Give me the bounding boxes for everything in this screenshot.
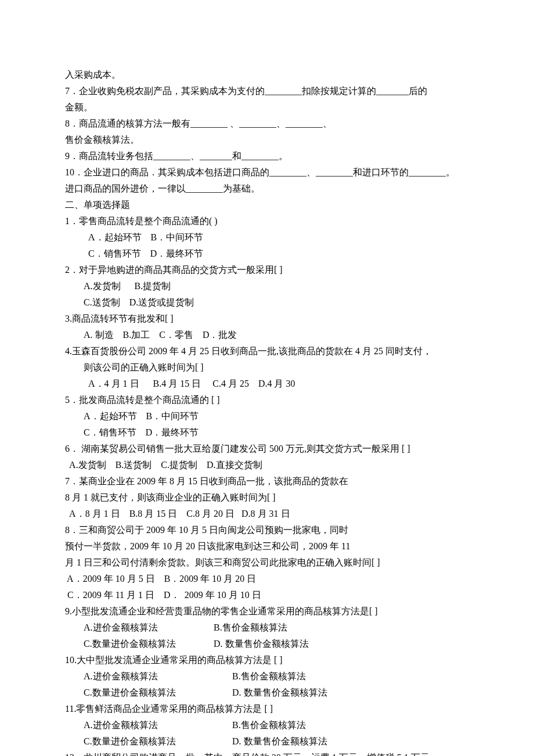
mc-q3-stem: 3.商品流转环节有批发和[ ] [65,311,469,327]
mc-q2-c: C.送货制 [84,297,120,307]
mc-q5-stem: 5．批发商品流转是整个商品流通的 [ ] [65,392,469,408]
mc-q1-row1: A．起始环节 B．中间环节 [65,229,469,246]
mc-q8-stem2: 预付一半货款，2009 年 10 月 20 日该批家电到达三和公司，2009 年… [65,538,469,555]
fill-blank-q7b: 金额。 [65,99,469,116]
mc-q8-opts2: C．2009 年 11 月 1 日 D． 2009 年 10 月 10 日 [65,587,469,603]
mc-q9-stem: 9.小型批发流通企业和经营贵重品物的零售企业通常采用的商品核算方法是[ ] [65,603,469,620]
mc-q10-row2: C.数量进价金额核算法D. 数量售价金额核算法 [65,685,469,701]
fill-blank-q10: 10．企业进口的商品．其采购成本包括进口商品的________、________… [65,164,469,181]
mc-q9-d: D. 数量售价金额核算法 [214,639,309,649]
mc-q1-b: B．中间环节 [151,232,204,242]
mc-q11-stem: 11.零售鲜活商品企业通常采用的商品核算方法是 [ ] [65,701,469,717]
mc-q9-c: C.数量进价金额核算法 [84,636,214,652]
mc-q3-c: C．零售 [159,330,193,340]
mc-q4-stem: 4.玉森百货股份公司 2009 年 4 月 25 日收到商品一批,该批商品的货款… [65,343,469,359]
mc-q6-opts: A.发货制 B.送货制 C.提货制 D.直接交货制 [65,457,469,473]
mc-q5-b: B．中间环节 [146,411,199,421]
mc-q11-b: B.售价金额核算法 [232,720,306,730]
mc-q2-d: D.送货或提货制 [129,297,194,307]
section-2-title: 二、单项选择题 [65,197,469,213]
mc-q3-b: B.加工 [123,330,150,340]
mc-q2-stem: 2．对于异地购进的商品其商品的交货方式一般采用[ ] [65,262,469,278]
mc-q1-row2: C．销售环节 D．最终环节 [65,246,469,262]
mc-q1-d: D．最终环节 [150,249,204,258]
mc-q4-d: D.4 月 30 [258,379,295,388]
mc-q10-stem: 10.大中型批发流通企业通常采用的商品核算方法是 [ ] [65,652,469,668]
fill-blank-q7: 7．企业收购免税农副产品，其采购成本为支付的________扣除按规定计算的__… [65,83,469,99]
mc-q5-row1: A．起始环节 B．中间环节 [65,408,469,424]
mc-q3-row: A. 制造 B.加工 C．零售 D．批发 [65,327,469,343]
mc-q3-a: A. 制造 [84,330,114,340]
mc-q8-opts1: A．2009 年 10 月 5 日 B．2009 年 10 月 20 日 [65,571,469,587]
mc-q10-d: D. 数量售价金额核算法 [232,687,327,697]
mc-q9-row2: C.数量进价金额核算法D. 数量售价金额核算法 [65,636,469,652]
fill-blank-q10b: 进口商品的国外进价，一律以________为基础。 [65,181,469,197]
mc-q7-opts: A．8 月 1 日 B.8 月 15 日 C.8 月 20 日 D.8 月 31… [65,506,469,522]
fill-blank-q8b: 售价金额核算法。 [65,132,469,148]
document-page: 入采购成本。 7．企业收购免税农副产品，其采购成本为支付的________扣除按… [65,67,469,756]
mc-q12-stem: 12．龙川商贸公司购进商品一批，其中，商品价款 30 万元，运费 1 万元，增值… [65,750,469,756]
mc-q11-c: C.数量进价金额核算法 [84,733,232,750]
mc-q5-a: A．起始环节 [84,411,137,421]
mc-q4-a: A．4 月 1 日 [88,379,139,388]
mc-q2-row1: A.发货制 B.提货制 [65,278,469,294]
fill-blank-q8: 8．商品流通的核算方法一般有________ 、________、_______… [65,116,469,132]
mc-q2-row2: C.送货制 D.送货或提货制 [65,294,469,311]
mc-q1-stem: 1．零售商品流转是整个商品流通的( ) [65,213,469,229]
mc-q2-a: A.发货制 [84,281,121,291]
mc-q4-b: B.4 月 15 日 [153,379,201,388]
mc-q10-a: A.进价金额核算法 [84,668,232,685]
mc-q5-d: D．最终环节 [146,427,199,437]
mc-q11-row2: C.数量进价金额核算法D. 数量售价金额核算法 [65,733,469,750]
mc-q7-stem: 7．某商业企业在 2009 年 8 月 15 日收到商品一批，该批商品的货款在 [65,473,469,489]
mc-q10-b: B.售价金额核算法 [232,671,306,681]
mc-q9-row1: A.进价金额核算法B.售价金额核算法 [65,620,469,636]
mc-q9-b: B.售价金额核算法 [214,622,287,632]
mc-q2-b: B.提货制 [135,281,171,291]
fill-blank-q9: 9．商品流转业务包括________、_______和________。 [65,148,469,164]
mc-q11-row1: A.进价金额核算法B.售价金额核算法 [65,717,469,733]
mc-q7-stem2: 8 月 1 就已支付，则该商业企业的正确入账时间为[ ] [65,489,469,506]
mc-q9-a: A.进价金额核算法 [84,620,214,636]
mc-q5-row2: C．销售环节 D．最终环节 [65,424,469,441]
mc-q4-row: A．4 月 1 日 B.4 月 15 日 C.4 月 25 D.4 月 30 [65,376,469,392]
mc-q8-stem: 8．三和商贸公司于 2009 年 10 月 5 日向闽龙公司预购一批家电，同时 [65,522,469,538]
mc-q1-c: C．销售环节 [88,249,141,258]
paragraph-fragment: 入采购成本。 [65,67,469,83]
mc-q4-c: C.4 月 25 [212,379,249,388]
mc-q5-c: C．销售环节 [84,427,136,437]
mc-q11-d: D. 数量售价金额核算法 [232,736,327,746]
mc-q10-row1: A.进价金额核算法B.售价金额核算法 [65,668,469,685]
mc-q8-stem3: 月 1 日三和公司付清剩余货款。则该三和商贸公司此批家电的正确入账时间[ ] [65,555,469,571]
mc-q10-c: C.数量进价金额核算法 [84,685,232,701]
mc-q1-a: A．起始环节 [88,232,142,242]
mc-q3-d: D．批发 [203,330,237,340]
mc-q4-stem2: 则该公司的正确入账时间为[ ] [65,359,469,376]
mc-q6-stem: 6． 湖南某贸易公司销售一批大豆给厦门建发公司 500 万元,则其交货方式一般采… [65,441,469,457]
mc-q11-a: A.进价金额核算法 [84,717,232,733]
